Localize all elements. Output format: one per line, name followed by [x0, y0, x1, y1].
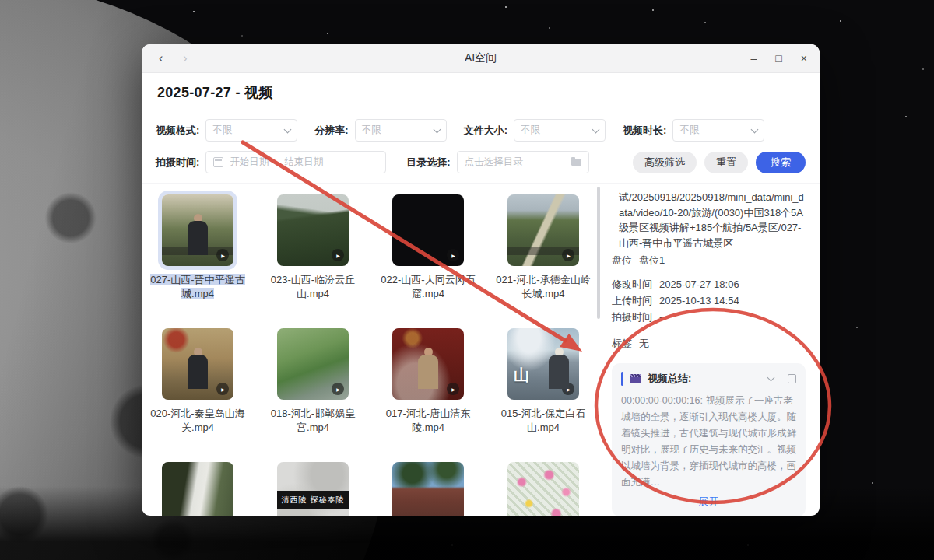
video-thumbnail[interactable]: ▶ [277, 194, 349, 266]
video-item[interactable]: 清西陵 探秘泰陵 [263, 462, 363, 516]
directory-select-input[interactable]: 点击选择目录 [457, 151, 589, 173]
section-marker [621, 372, 623, 386]
end-date-placeholder[interactable]: 结束日期 [284, 156, 323, 169]
file-path: 试/20250918/20250918/mini_data/mini_data/… [612, 190, 806, 250]
advanced-filter-button[interactable]: 高级筛选 [633, 152, 697, 173]
video-item[interactable] [493, 462, 593, 516]
video-filename[interactable]: 017-河北-唐山清东陵.mp4 [378, 407, 478, 435]
video-item[interactable]: ▶023-山西-临汾云丘山.mp4 [263, 194, 363, 306]
clapperboard-icon [630, 374, 641, 383]
video-filename-text: 020-河北-秦皇岛山海关.mp4 [150, 408, 244, 433]
video-thumbnail[interactable]: ▶ [162, 194, 234, 266]
video-filename-text: 015-河北-保定白石山.mp4 [501, 408, 585, 433]
filter-label-directory: 目录选择: [406, 156, 450, 170]
chevron-down-icon[interactable] [767, 374, 775, 382]
video-filename[interactable]: 027-山西-晋中平遥古城.mp4 [148, 273, 248, 301]
filter-bar: 视频格式: 不限 分辨率: 不限 文件大小: 不限 [142, 110, 820, 184]
video-filename[interactable]: 022-山西-大同云冈石窟.mp4 [378, 273, 478, 301]
video-thumbnail[interactable]: ▶ [392, 194, 464, 266]
shoot-time-label: 拍摄时间 [612, 309, 652, 325]
video-filename[interactable]: 018-河北-邯郸娲皇宫.mp4 [263, 407, 363, 435]
video-thumbnail[interactable]: ▶ [277, 328, 349, 400]
format-select[interactable]: 不限 [205, 119, 297, 142]
video-filename-text: 022-山西-大同云冈石窟.mp4 [381, 274, 475, 299]
video-thumbnail[interactable] [507, 462, 579, 516]
close-icon[interactable]: × [801, 53, 807, 64]
filesize-select-value: 不限 [521, 124, 588, 137]
detail-panel: 试/20250918/20250918/mini_data/mini_data/… [599, 184, 820, 516]
filter-label-resolution: 分辨率: [314, 124, 348, 138]
video-item[interactable] [148, 462, 248, 516]
maximize-icon[interactable]: □ [775, 53, 781, 64]
format-select-value: 不限 [212, 124, 280, 137]
video-item[interactable]: ▶021-河北-承德金山岭长城.mp4 [493, 194, 593, 306]
filter-label-shoot-time: 拍摄时间: [156, 156, 199, 170]
folder-icon [571, 159, 581, 166]
stars [193, 11, 195, 12]
calendar-icon [213, 157, 223, 167]
play-icon[interactable]: ▶ [332, 249, 344, 261]
play-icon[interactable]: ▶ [216, 383, 229, 395]
page-title: 2025-07-27 - 视频 [157, 85, 273, 100]
video-filename[interactable]: 021-河北-承德金山岭长城.mp4 [493, 273, 593, 301]
video-thumbnail[interactable]: ▶ [162, 328, 234, 400]
video-thumbnail[interactable] [162, 462, 234, 516]
video-grid-container: ▶027-山西-晋中平遥古城.mp4▶023-山西-临汾云丘山.mp4▶022-… [142, 184, 599, 516]
window-title: AI空间 [142, 51, 820, 65]
play-icon[interactable]: ▶ [447, 249, 459, 261]
tag-label: 标签 [612, 335, 632, 352]
filesize-select[interactable]: 不限 [514, 119, 606, 142]
resolution-select-value: 不限 [362, 124, 430, 137]
disk-value: 盘位1 [639, 252, 665, 268]
play-icon[interactable]: ▶ [332, 383, 344, 395]
video-item[interactable] [378, 462, 478, 516]
video-filename-text: 017-河北-唐山清东陵.mp4 [386, 408, 470, 433]
play-icon[interactable]: ▶ [447, 383, 459, 395]
modified-time-value: 2025-07-27 18:06 [659, 276, 739, 292]
video-thumbnail[interactable]: ▶ [392, 328, 464, 400]
upload-time-value: 2025-10-13 14:54 [659, 292, 739, 309]
search-button[interactable]: 搜索 [756, 152, 806, 173]
video-filename[interactable]: 020-河北-秦皇岛山海关.mp4 [148, 407, 248, 435]
scrollbar[interactable] [597, 187, 600, 319]
video-filename[interactable]: 015-河北-保定白石山.mp4 [493, 407, 593, 435]
video-thumbnail[interactable] [392, 462, 464, 516]
video-summary-card: 视频总结: 00:00:00-00:00:16: 视频展示了一座古老城墙的全景，… [612, 363, 806, 516]
video-filename[interactable]: 023-山西-临汾云丘山.mp4 [263, 273, 363, 301]
duration-select[interactable]: 不限 [672, 119, 764, 142]
video-filename-text: 023-山西-临汾云丘山.mp4 [271, 274, 355, 299]
play-icon[interactable]: ▶ [216, 249, 229, 261]
chevron-down-icon [751, 125, 759, 133]
minimize-icon[interactable]: – [751, 53, 757, 64]
filter-label-duration: 视频时长: [623, 124, 666, 138]
video-thumbnail[interactable]: 山▶ [507, 328, 579, 400]
video-item[interactable]: ▶018-河北-邯郸娲皇宫.mp4 [263, 328, 363, 440]
disk-label: 盘位 [612, 252, 632, 268]
play-icon[interactable]: ▶ [562, 249, 574, 261]
expand-link[interactable]: 展开 [621, 495, 796, 509]
start-date-placeholder[interactable]: 开始日期 [230, 156, 269, 169]
copy-icon[interactable] [788, 374, 796, 383]
thumbnail-overlay-text: 清西陵 探秘泰陵 [277, 491, 349, 509]
video-item[interactable]: ▶022-山西-大同云冈石窟.mp4 [378, 194, 478, 306]
app-window: ‹ › AI空间 – □ × 2025-07-27 - 视频 视频格式: 不限 [142, 44, 820, 516]
video-filename-text: 018-河北-邯郸娲皇宫.mp4 [271, 408, 355, 433]
video-item[interactable]: ▶017-河北-唐山清东陵.mp4 [378, 328, 478, 440]
video-item[interactable]: ▶020-河北-秦皇岛山海关.mp4 [148, 328, 248, 440]
video-thumbnail[interactable]: ▶ [507, 194, 579, 266]
reset-button[interactable]: 重置 [704, 152, 748, 173]
title-bar: ‹ › AI空间 – □ × [142, 44, 820, 73]
duration-select-value: 不限 [679, 124, 747, 137]
chevron-down-icon [592, 125, 600, 133]
tag-value: 无 [639, 335, 649, 352]
summary-text: 00:00:00-00:00:16: 视频展示了一座古老城墙的全景，逐渐引入现代… [621, 393, 796, 491]
play-icon[interactable]: ▶ [562, 383, 574, 395]
shoot-time-value: - [659, 309, 662, 325]
filter-label-format: 视频格式: [156, 124, 199, 138]
video-item[interactable]: 山▶015-河北-保定白石山.mp4 [493, 328, 593, 440]
upload-time-label: 上传时间 [612, 292, 652, 309]
video-item[interactable]: ▶027-山西-晋中平遥古城.mp4 [148, 194, 248, 306]
date-range-input[interactable]: 开始日期 - 结束日期 [205, 151, 386, 173]
resolution-select[interactable]: 不限 [355, 119, 447, 142]
video-thumbnail[interactable]: 清西陵 探秘泰陵 [277, 462, 349, 516]
